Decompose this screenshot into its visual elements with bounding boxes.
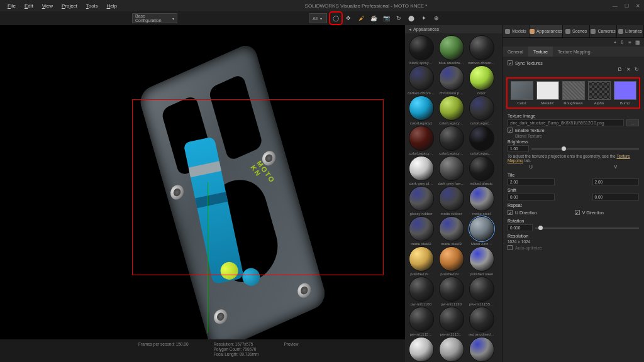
window-title: SOLIDWORKS Visualize Professional - MOTO…: [121, 3, 611, 9]
brightness-value[interactable]: 1.00: [508, 145, 529, 152]
subtab-general[interactable]: General: [502, 47, 528, 57]
texture-map-color[interactable]: Color: [510, 81, 533, 105]
appearance-swatch[interactable]: polished steel: [467, 246, 496, 276]
appearance-swatch[interactable]: colorLegac…: [467, 126, 496, 155]
resolution-value: 1024 × 1024: [508, 239, 639, 244]
render-region-outline: [132, 99, 384, 275]
texture-map-roughness[interactable]: Roughness: [562, 81, 585, 105]
add-icon[interactable]: +: [614, 40, 617, 45]
library-header: Appearances: [413, 27, 439, 31]
appearance-swatch[interactable]: colorLegacy…: [407, 126, 435, 155]
tab-libraries[interactable]: Libraries: [617, 25, 644, 37]
texture-add-icon[interactable]: 🗋: [618, 67, 623, 72]
appearance-swatch[interactable]: black spray…: [407, 35, 435, 65]
browse-button[interactable]: …: [626, 119, 639, 126]
appearance-swatch[interactable]: pw-mt1115…: [407, 307, 435, 336]
subtab-mapping[interactable]: Texture Mapping: [553, 47, 596, 57]
variant-dropdown[interactable]: All▾: [309, 13, 327, 23]
selection-mode-button[interactable]: ◯: [331, 13, 341, 23]
menu-help[interactable]: Help: [103, 3, 121, 9]
texture-maps-row: ColorMetallicRoughnessAlphaBump: [506, 77, 640, 109]
appearance-swatch[interactable]: matte steel2: [407, 216, 435, 246]
auto-optimize-checkbox[interactable]: [508, 245, 513, 250]
refresh-button[interactable]: ↻: [394, 13, 404, 23]
appearance-swatch[interactable]: blue anodize…: [437, 35, 465, 65]
shift-v-input[interactable]: 0.00: [592, 194, 640, 200]
sync-textures-label: Sync Textures: [515, 61, 543, 65]
settings-button[interactable]: ✦: [419, 13, 429, 23]
close-icon[interactable]: ✕: [634, 3, 641, 9]
shift-u-input[interactable]: 0.00: [508, 194, 555, 200]
appearance-swatch[interactable]: pw-mt11130: [437, 277, 465, 306]
appearance-swatch[interactable]: pw-mt1115…: [437, 307, 465, 336]
appearance-swatch[interactable]: satin brush…: [407, 337, 435, 362]
viewport-3d[interactable]: MOTO KN Frames per second: 150.00 Resolu…: [0, 25, 405, 362]
appearance-swatch[interactable]: satin brush…: [467, 337, 496, 362]
appearance-swatch[interactable]: chromium p…: [437, 65, 465, 95]
configuration-dropdown[interactable]: Base Configuration▾: [132, 13, 177, 23]
menu-tools[interactable]: Tools: [82, 3, 102, 9]
menu-view[interactable]: View: [38, 3, 57, 9]
menu-edit[interactable]: Edit: [21, 3, 37, 9]
import-icon[interactable]: ⇩: [620, 40, 625, 45]
grid-icon[interactable]: ▦: [635, 40, 640, 45]
appearance-swatch[interactable]: polished bl…: [407, 246, 435, 276]
appearance-library: ◂Appearances black spray…blue anodize…ca…: [405, 25, 502, 362]
texture-delete-icon[interactable]: ✕: [626, 67, 631, 72]
rotation-slider[interactable]: [535, 225, 639, 231]
appearance-swatch[interactable]: color: [467, 65, 496, 95]
appearance-swatch[interactable]: Metal Zinc…: [467, 216, 496, 246]
camera-tool-button[interactable]: 📷: [381, 13, 391, 23]
appearance-swatch[interactable]: matte steel3: [437, 216, 465, 246]
swatch-grid: black spray…blue anodize…carbon chrom…ca…: [405, 33, 502, 362]
texture-path-field[interactable]: zinc_dark_structure_Bump_8K8X51U58S12GS.…: [508, 119, 624, 126]
top-toolbar: Base Configuration▾ All▾ ◯ ✥ 🖌 ☕ 📷 ↻ ⬤ ✦…: [0, 11, 644, 25]
tab-models[interactable]: Models: [502, 25, 530, 37]
appearance-swatch[interactable]: colorLegacy…: [437, 96, 465, 125]
render-button[interactable]: ⬤: [406, 13, 416, 23]
appearance-swatch[interactable]: pw-mt11155…: [467, 277, 496, 306]
tab-scenes[interactable]: Scenes: [563, 25, 590, 37]
tab-appearances[interactable]: Appearances: [530, 25, 563, 37]
title-bar: FFileile Edit View Project Tools Help SO…: [0, 0, 644, 11]
tile-v-input[interactable]: 2.00: [592, 178, 640, 185]
rotation-value[interactable]: 0.000: [508, 224, 533, 231]
paint-tool-button[interactable]: 🖌: [356, 13, 366, 23]
brightness-slider[interactable]: [531, 146, 639, 152]
move-tool-button[interactable]: ✥: [343, 13, 353, 23]
appearance-swatch[interactable]: carbon chrom…: [467, 35, 496, 65]
appearance-swatch[interactable]: dark grey pl…: [407, 156, 435, 185]
appearance-swatch[interactable]: polished bl…: [437, 246, 465, 276]
tab-cameras[interactable]: Cameras: [590, 25, 617, 37]
appearance-swatch[interactable]: edited plastic: [467, 156, 496, 185]
menu-file[interactable]: FFileile: [4, 3, 19, 9]
minimize-icon[interactable]: —: [611, 3, 619, 9]
sync-textures-checkbox[interactable]: [508, 60, 513, 65]
appearance-swatch[interactable]: colorLegacy1: [407, 96, 435, 125]
subtab-texture[interactable]: Texture: [528, 47, 553, 57]
appearance-swatch[interactable]: dark grey low…: [437, 156, 465, 185]
tile-u-input[interactable]: 2.00: [508, 178, 555, 185]
appearance-swatch[interactable]: glossy rubber: [407, 186, 435, 216]
texture-map-bump[interactable]: Bump: [613, 81, 636, 105]
texture-map-alpha[interactable]: Alpha: [587, 81, 611, 105]
appearance-swatch[interactable]: matte steel: [467, 186, 496, 216]
appearance-swatch[interactable]: colorLegac…: [467, 96, 496, 125]
appearance-swatch[interactable]: carbon chrom…: [407, 65, 435, 95]
repeat-v-checkbox[interactable]: [575, 210, 580, 215]
mapping-note: To adjust the texture's projection onto …: [508, 154, 639, 163]
appearance-swatch[interactable]: satin finish…: [437, 337, 465, 362]
appearance-swatch[interactable]: matte rubber: [437, 186, 465, 216]
maximize-icon[interactable]: ☐: [623, 3, 630, 9]
appearance-swatch[interactable]: red anodised…: [467, 307, 496, 336]
texture-refresh-icon[interactable]: ↻: [635, 67, 639, 72]
appearance-swatch[interactable]: pw-mt11100: [407, 277, 435, 306]
enable-texture-checkbox[interactable]: [508, 128, 513, 133]
repeat-u-checkbox[interactable]: [508, 210, 513, 215]
appearance-swatch[interactable]: colorLegacy…: [437, 126, 465, 155]
extra-tool-button[interactable]: ⊕: [431, 13, 441, 23]
menu-project[interactable]: Project: [58, 3, 81, 9]
texture-map-metallic[interactable]: Metallic: [536, 81, 559, 105]
lighting-button[interactable]: ☕: [369, 13, 379, 23]
list-icon[interactable]: ≡: [628, 40, 631, 45]
